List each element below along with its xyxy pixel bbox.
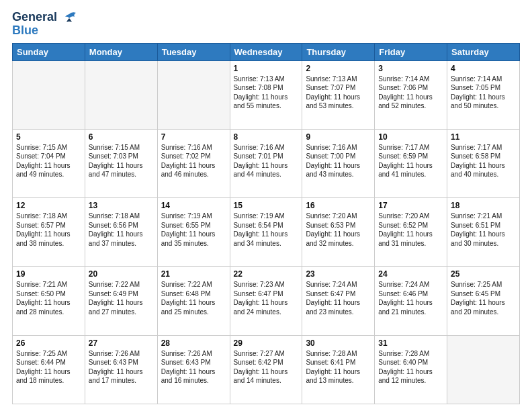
day-info: Sunrise: 7:14 AM Sunset: 7:05 PM Dayligh… (451, 75, 516, 111)
day-info: Sunrise: 7:18 AM Sunset: 6:56 PM Dayligh… (89, 212, 154, 248)
calendar-empty-cell (157, 60, 230, 129)
day-info: Sunrise: 7:15 AM Sunset: 7:04 PM Dayligh… (16, 143, 81, 179)
calendar-day-24: 24Sunrise: 7:24 AM Sunset: 6:46 PM Dayli… (375, 267, 447, 335)
day-number: 14 (161, 201, 226, 210)
calendar-day-2: 2Sunrise: 7:13 AM Sunset: 7:07 PM Daylig… (302, 60, 375, 129)
logo: General Blue (12, 11, 79, 38)
calendar-day-27: 27Sunrise: 7:26 AM Sunset: 6:43 PM Dayli… (85, 335, 157, 404)
day-info: Sunrise: 7:22 AM Sunset: 6:49 PM Dayligh… (89, 280, 154, 316)
day-number: 9 (306, 132, 371, 142)
calendar-day-5: 5Sunrise: 7:15 AM Sunset: 7:04 PM Daylig… (13, 129, 85, 197)
calendar-day-15: 15Sunrise: 7:19 AM Sunset: 6:54 PM Dayli… (230, 198, 302, 267)
day-number: 10 (378, 132, 443, 142)
col-header-monday: Monday (85, 43, 157, 60)
calendar-day-14: 14Sunrise: 7:19 AM Sunset: 6:55 PM Dayli… (157, 198, 230, 267)
calendar-day-9: 9Sunrise: 7:16 AM Sunset: 7:00 PM Daylig… (302, 129, 375, 197)
day-number: 5 (16, 132, 81, 142)
day-number: 2 (306, 64, 371, 73)
day-info: Sunrise: 7:16 AM Sunset: 7:00 PM Dayligh… (306, 143, 371, 179)
calendar-day-12: 12Sunrise: 7:18 AM Sunset: 6:57 PM Dayli… (13, 198, 85, 267)
col-header-friday: Friday (375, 43, 447, 60)
day-info: Sunrise: 7:23 AM Sunset: 6:47 PM Dayligh… (234, 280, 299, 316)
calendar-day-3: 3Sunrise: 7:14 AM Sunset: 7:06 PM Daylig… (375, 60, 447, 129)
calendar-day-4: 4Sunrise: 7:14 AM Sunset: 7:05 PM Daylig… (447, 60, 520, 129)
day-info: Sunrise: 7:25 AM Sunset: 6:45 PM Dayligh… (451, 280, 516, 316)
day-info: Sunrise: 7:21 AM Sunset: 6:51 PM Dayligh… (451, 212, 516, 248)
day-number: 18 (451, 201, 516, 210)
day-number: 1 (234, 64, 299, 73)
day-info: Sunrise: 7:24 AM Sunset: 6:47 PM Dayligh… (306, 280, 371, 316)
day-number: 17 (378, 201, 443, 210)
calendar-week-row: 12Sunrise: 7:18 AM Sunset: 6:57 PM Dayli… (13, 198, 520, 267)
calendar-header-row: SundayMondayTuesdayWednesdayThursdayFrid… (13, 43, 520, 60)
day-info: Sunrise: 7:19 AM Sunset: 6:54 PM Dayligh… (234, 212, 299, 248)
day-info: Sunrise: 7:27 AM Sunset: 6:42 PM Dayligh… (234, 349, 299, 385)
day-number: 28 (161, 338, 226, 348)
day-info: Sunrise: 7:13 AM Sunset: 7:07 PM Dayligh… (306, 75, 371, 111)
col-header-saturday: Saturday (447, 43, 520, 60)
day-info: Sunrise: 7:17 AM Sunset: 6:58 PM Dayligh… (451, 143, 516, 179)
day-number: 31 (378, 338, 443, 348)
day-number: 25 (451, 269, 516, 279)
day-number: 3 (378, 64, 443, 73)
calendar-day-7: 7Sunrise: 7:16 AM Sunset: 7:02 PM Daylig… (157, 129, 230, 197)
day-info: Sunrise: 7:28 AM Sunset: 6:41 PM Dayligh… (306, 349, 371, 385)
logo-blue: Blue (12, 24, 38, 37)
day-number: 15 (234, 201, 299, 210)
day-info: Sunrise: 7:18 AM Sunset: 6:57 PM Dayligh… (16, 212, 81, 248)
day-number: 13 (89, 201, 154, 210)
calendar-day-20: 20Sunrise: 7:22 AM Sunset: 6:49 PM Dayli… (85, 267, 157, 335)
day-info: Sunrise: 7:20 AM Sunset: 6:52 PM Dayligh… (378, 212, 443, 248)
calendar-empty-cell (447, 335, 520, 404)
day-info: Sunrise: 7:28 AM Sunset: 6:40 PM Dayligh… (378, 349, 443, 385)
calendar-day-19: 19Sunrise: 7:21 AM Sunset: 6:50 PM Dayli… (13, 267, 85, 335)
day-number: 12 (16, 201, 81, 210)
calendar-week-row: 19Sunrise: 7:21 AM Sunset: 6:50 PM Dayli… (13, 267, 520, 335)
calendar-day-23: 23Sunrise: 7:24 AM Sunset: 6:47 PM Dayli… (302, 267, 375, 335)
day-info: Sunrise: 7:19 AM Sunset: 6:55 PM Dayligh… (161, 212, 226, 248)
calendar-day-1: 1Sunrise: 7:13 AM Sunset: 7:08 PM Daylig… (230, 60, 302, 129)
calendar-day-31: 31Sunrise: 7:28 AM Sunset: 6:40 PM Dayli… (375, 335, 447, 404)
logo-bird-icon (60, 11, 79, 29)
day-number: 20 (89, 269, 154, 279)
calendar-day-13: 13Sunrise: 7:18 AM Sunset: 6:56 PM Dayli… (85, 198, 157, 267)
day-number: 22 (234, 269, 299, 279)
day-info: Sunrise: 7:26 AM Sunset: 6:43 PM Dayligh… (89, 349, 154, 385)
day-info: Sunrise: 7:21 AM Sunset: 6:50 PM Dayligh… (16, 280, 81, 316)
calendar-day-11: 11Sunrise: 7:17 AM Sunset: 6:58 PM Dayli… (447, 129, 520, 197)
day-number: 4 (451, 64, 516, 73)
calendar-week-row: 5Sunrise: 7:15 AM Sunset: 7:04 PM Daylig… (13, 129, 520, 197)
day-number: 26 (16, 338, 81, 348)
page-header: General Blue (12, 11, 520, 38)
col-header-wednesday: Wednesday (230, 43, 302, 60)
day-info: Sunrise: 7:16 AM Sunset: 7:01 PM Dayligh… (234, 143, 299, 179)
day-info: Sunrise: 7:24 AM Sunset: 6:46 PM Dayligh… (378, 280, 443, 316)
day-number: 30 (306, 338, 371, 348)
day-info: Sunrise: 7:14 AM Sunset: 7:06 PM Dayligh… (378, 75, 443, 111)
calendar-day-28: 28Sunrise: 7:26 AM Sunset: 6:43 PM Dayli… (157, 335, 230, 404)
calendar-table: SundayMondayTuesdayWednesdayThursdayFrid… (12, 43, 520, 404)
calendar-day-25: 25Sunrise: 7:25 AM Sunset: 6:45 PM Dayli… (447, 267, 520, 335)
day-number: 27 (89, 338, 154, 348)
day-info: Sunrise: 7:16 AM Sunset: 7:02 PM Dayligh… (161, 143, 226, 179)
calendar-week-row: 1Sunrise: 7:13 AM Sunset: 7:08 PM Daylig… (13, 60, 520, 129)
calendar-day-26: 26Sunrise: 7:25 AM Sunset: 6:44 PM Dayli… (13, 335, 85, 404)
calendar-week-row: 26Sunrise: 7:25 AM Sunset: 6:44 PM Dayli… (13, 335, 520, 404)
day-info: Sunrise: 7:13 AM Sunset: 7:08 PM Dayligh… (234, 75, 299, 111)
calendar-day-16: 16Sunrise: 7:20 AM Sunset: 6:53 PM Dayli… (302, 198, 375, 267)
day-number: 21 (161, 269, 226, 279)
day-info: Sunrise: 7:25 AM Sunset: 6:44 PM Dayligh… (16, 349, 81, 385)
day-info: Sunrise: 7:22 AM Sunset: 6:48 PM Dayligh… (161, 280, 226, 316)
day-info: Sunrise: 7:20 AM Sunset: 6:53 PM Dayligh… (306, 212, 371, 248)
col-header-thursday: Thursday (302, 43, 375, 60)
col-header-tuesday: Tuesday (157, 43, 230, 60)
day-number: 16 (306, 201, 371, 210)
day-info: Sunrise: 7:26 AM Sunset: 6:43 PM Dayligh… (161, 349, 226, 385)
day-info: Sunrise: 7:15 AM Sunset: 7:03 PM Dayligh… (89, 143, 154, 179)
day-number: 29 (234, 338, 299, 348)
calendar-day-22: 22Sunrise: 7:23 AM Sunset: 6:47 PM Dayli… (230, 267, 302, 335)
day-number: 7 (161, 132, 226, 142)
calendar-day-30: 30Sunrise: 7:28 AM Sunset: 6:41 PM Dayli… (302, 335, 375, 404)
day-number: 24 (378, 269, 443, 279)
day-number: 23 (306, 269, 371, 279)
